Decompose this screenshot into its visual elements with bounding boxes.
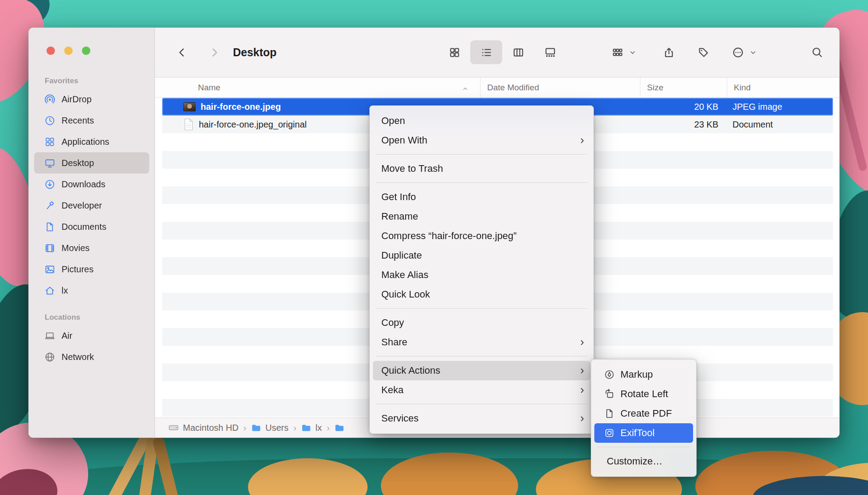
path-item-users[interactable]: Users bbox=[251, 423, 288, 433]
path-separator: › bbox=[327, 423, 330, 433]
menu-item-services[interactable]: Services› bbox=[373, 409, 590, 428]
markup-pen-icon bbox=[604, 369, 615, 380]
column-header-name[interactable]: Name bbox=[155, 77, 480, 97]
sidebar-item-pictures[interactable]: Pictures bbox=[34, 259, 149, 280]
zoom-window-button[interactable] bbox=[82, 46, 90, 55]
file-name: hair-force-one.jpeg bbox=[201, 102, 281, 112]
rotate-left-icon bbox=[604, 388, 615, 400]
submenu-item-markup[interactable]: Markup bbox=[594, 365, 693, 384]
file-name: hair-force-one.jpeg_original bbox=[199, 120, 306, 130]
group-by-icon bbox=[612, 46, 624, 58]
forward-button[interactable] bbox=[205, 43, 224, 62]
context-menu: Open Open With› Move to Trash Get Info R… bbox=[369, 105, 594, 434]
sidebar-item-recents[interactable]: Recents bbox=[34, 110, 149, 131]
menu-separator bbox=[597, 447, 690, 447]
sidebar-item-downloads[interactable]: Downloads bbox=[34, 174, 149, 195]
menu-item-duplicate[interactable]: Duplicate bbox=[373, 246, 590, 265]
file-size: 20 KB bbox=[640, 102, 727, 112]
path-item-truncated[interactable] bbox=[334, 423, 349, 433]
sidebar-item-air[interactable]: Air bbox=[34, 325, 149, 346]
exiftool-camera-icon bbox=[604, 427, 615, 439]
sidebar-item-lx-home[interactable]: lx bbox=[34, 280, 149, 301]
column-view-button[interactable] bbox=[502, 40, 534, 64]
more-actions-button[interactable] bbox=[728, 43, 748, 62]
menu-separator bbox=[376, 154, 587, 155]
menu-item-open[interactable]: Open bbox=[373, 111, 590, 131]
sidebar-item-applications[interactable]: Applications bbox=[34, 131, 149, 152]
sidebar-item-label: Documents bbox=[62, 222, 106, 232]
minimize-window-button[interactable] bbox=[64, 46, 73, 55]
search-button[interactable] bbox=[807, 43, 827, 62]
submenu-item-customize[interactable]: Customize… bbox=[594, 452, 693, 471]
sidebar-section-favorites: Favorites bbox=[29, 73, 155, 89]
menu-item-copy[interactable]: Copy bbox=[373, 313, 590, 333]
document-file-icon bbox=[183, 118, 194, 131]
hammer-icon bbox=[44, 200, 55, 211]
menu-separator bbox=[376, 356, 587, 356]
menu-item-quick-actions[interactable]: Quick Actions› bbox=[373, 361, 590, 380]
sidebar-item-documents[interactable]: Documents bbox=[34, 216, 149, 237]
sidebar-section-locations: Locations bbox=[29, 310, 155, 325]
desktop-monitor-icon bbox=[44, 157, 55, 169]
sidebar-item-label: Pictures bbox=[62, 264, 93, 275]
menu-item-get-info[interactable]: Get Info bbox=[373, 187, 590, 207]
path-item-macintosh-hd[interactable]: Macintosh HD bbox=[168, 422, 239, 433]
menu-item-quick-look[interactable]: Quick Look bbox=[373, 285, 590, 304]
sidebar-item-label: Network bbox=[62, 352, 94, 362]
grid-view-icon bbox=[449, 46, 461, 58]
menu-separator bbox=[376, 404, 587, 404]
sidebar-item-desktop[interactable]: Desktop bbox=[34, 152, 149, 174]
column-header-size[interactable]: Size bbox=[640, 77, 727, 97]
folder-icon bbox=[251, 423, 261, 433]
home-icon bbox=[44, 285, 55, 296]
submenu-item-rotate-left[interactable]: Rotate Left bbox=[594, 384, 693, 404]
menu-item-move-to-trash[interactable]: Move to Trash bbox=[373, 159, 590, 178]
submenu-item-create-pdf[interactable]: Create PDF bbox=[594, 404, 693, 423]
share-button[interactable] bbox=[659, 43, 678, 62]
back-button[interactable] bbox=[172, 43, 191, 62]
tags-button[interactable] bbox=[694, 43, 713, 62]
menu-item-rename[interactable]: Rename bbox=[373, 207, 590, 226]
sidebar-item-network[interactable]: Network bbox=[34, 346, 149, 367]
sidebar-item-label: Air bbox=[62, 331, 72, 341]
sort-ascending-icon bbox=[462, 85, 469, 94]
list-view-button[interactable] bbox=[470, 40, 502, 64]
sidebar-item-label: Desktop bbox=[62, 158, 94, 168]
gallery-view-button[interactable] bbox=[534, 40, 566, 64]
file-size: 23 KB bbox=[640, 120, 727, 130]
search-icon bbox=[811, 46, 823, 58]
menu-item-share[interactable]: Share› bbox=[373, 333, 590, 352]
sidebar-item-label: Recents bbox=[62, 116, 94, 126]
path-separator: › bbox=[244, 423, 247, 433]
sidebar-item-airdrop[interactable]: AirDrop bbox=[34, 89, 149, 110]
group-by-button[interactable] bbox=[608, 43, 627, 62]
column-header-date-modified[interactable]: Date Modified bbox=[480, 77, 640, 97]
globe-icon bbox=[44, 351, 55, 363]
list-view-icon bbox=[480, 46, 492, 58]
icon-view-button[interactable] bbox=[438, 40, 470, 64]
image-thumbnail-icon bbox=[183, 102, 196, 112]
submenu-item-exiftool[interactable]: ExifTool bbox=[594, 423, 693, 443]
quick-actions-submenu: Markup Rotate Left Create PDF ExifTool C… bbox=[591, 359, 697, 477]
folder-icon bbox=[334, 423, 345, 433]
column-header-kind[interactable]: Kind bbox=[727, 77, 839, 97]
list-column-headers: Name Date Modified Size Kind bbox=[155, 77, 839, 98]
submenu-chevron-icon: › bbox=[580, 134, 584, 146]
file-kind: Document bbox=[727, 120, 833, 130]
sidebar-item-developer[interactable]: Developer bbox=[34, 195, 149, 216]
submenu-chevron-icon: › bbox=[580, 412, 584, 424]
sidebar-item-movies[interactable]: Movies bbox=[34, 237, 149, 259]
close-window-button[interactable] bbox=[46, 46, 55, 55]
menu-item-keka[interactable]: Keka› bbox=[373, 380, 590, 400]
app-grid-icon bbox=[44, 136, 55, 147]
menu-item-open-with[interactable]: Open With› bbox=[373, 131, 590, 150]
path-item-lx[interactable]: lx bbox=[301, 423, 322, 433]
film-icon bbox=[44, 242, 55, 254]
hard-drive-icon bbox=[168, 422, 179, 433]
menu-item-compress[interactable]: Compress “hair-force-one.jpeg” bbox=[373, 226, 590, 246]
path-separator: › bbox=[294, 423, 297, 433]
menu-separator bbox=[376, 308, 587, 309]
chevron-down-icon bbox=[629, 49, 636, 56]
sidebar: Favorites AirDrop Recents Applications bbox=[29, 28, 155, 437]
menu-item-make-alias[interactable]: Make Alias bbox=[373, 265, 590, 285]
